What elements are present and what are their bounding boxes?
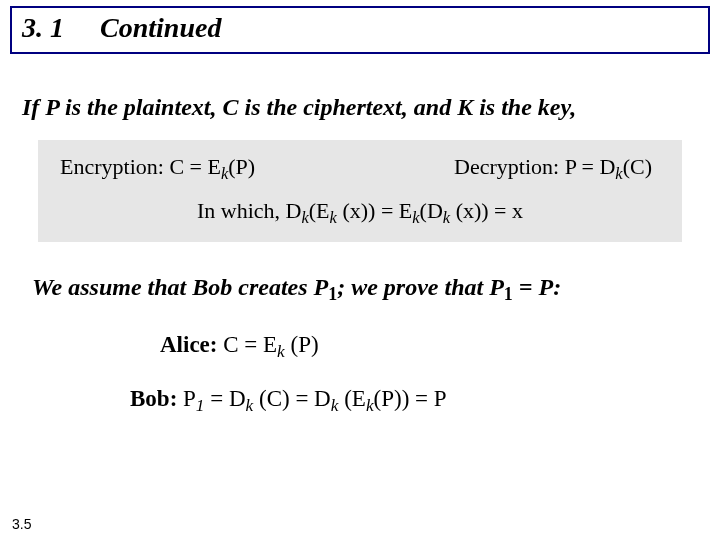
formula-box: Encryption: C = Ek(P) Decryption: P = Dk… [38,140,682,242]
encryption-formula: Encryption: C = Ek(P) [60,154,255,180]
bob-line: Bob: P1 = Dk (C) = Dk (Ek(P)) = P [130,386,720,412]
formula-row-1: Encryption: C = Ek(P) Decryption: P = Dk… [42,154,678,180]
intro-text: If P is the plaintext, C is the cipherte… [22,92,698,122]
header-bar: 3. 1 Continued [10,6,710,54]
decryption-formula: Decryption: P = Dk(C) [454,154,652,180]
alice-line: Alice: C = Ek (P) [160,332,720,358]
page-footer: 3.5 [12,516,31,532]
formula-row-2: In which, Dk(Ek (x)) = Ek(Dk (x)) = x [42,198,678,224]
section-title: Continued [100,12,221,44]
alice-label: Alice: [160,332,217,357]
assume-text: We assume that Bob creates P1; we prove … [32,272,698,302]
bob-label: Bob: [130,386,177,411]
section-number: 3. 1 [22,12,64,44]
